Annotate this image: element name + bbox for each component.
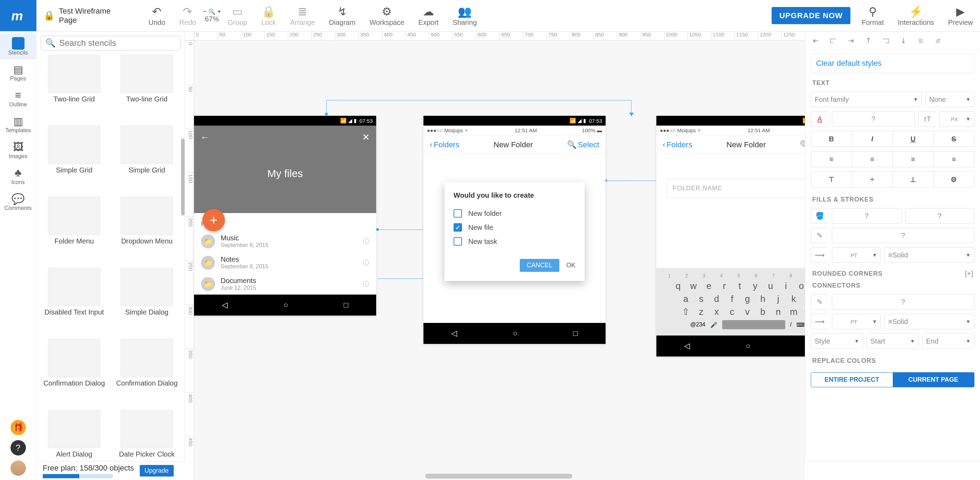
undo-button[interactable]: ↶Undo xyxy=(142,2,172,29)
replace-scope-segmented: ENTIRE PROJECT CURRENT PAGE xyxy=(811,372,974,387)
connector xyxy=(326,100,327,114)
upgrade-small-button[interactable]: Upgrade xyxy=(140,465,174,477)
zoom-in-button[interactable]: + xyxy=(218,8,221,15)
connector-width-icon[interactable]: ⟿ xyxy=(811,314,828,329)
align-left-button[interactable]: ⇤ xyxy=(809,34,823,47)
canvas-scrollbar[interactable] xyxy=(425,474,572,478)
rail-outline[interactable]: ≡Outline xyxy=(0,86,36,111)
align-right-text-button[interactable]: ≡ xyxy=(893,152,934,167)
seg-current-page[interactable]: CURRENT PAGE xyxy=(893,372,974,387)
stencil-item[interactable]: Simple Dialog xyxy=(113,268,181,334)
stencil-item[interactable]: Folder Menu xyxy=(40,196,108,263)
valign-top-button[interactable]: ⊤ xyxy=(811,172,852,187)
preview-button[interactable]: ▶Preview xyxy=(941,2,980,29)
mockup-dialog[interactable]: 📶 ◢ ▮07:53 ●●●○○ Moqups ᯤ12:51 AM100% ▬ … xyxy=(423,116,606,344)
stroke-width-icon[interactable]: ⟿ xyxy=(811,247,828,263)
dialog-title: Would you like to create xyxy=(453,192,576,200)
group-button[interactable]: ▭Group xyxy=(221,2,254,29)
font-size-icon[interactable]: тT xyxy=(918,111,936,127)
fill-icon[interactable]: 🪣 xyxy=(811,208,828,223)
rail-stencils[interactable]: Stencils xyxy=(0,33,36,59)
rounded-expand-button[interactable]: [+] xyxy=(965,270,973,278)
arrange-button[interactable]: ≣Arrange xyxy=(283,2,322,29)
stencil-item[interactable]: Two-line Grid xyxy=(113,55,181,121)
distribute-v-button[interactable]: ⫻ xyxy=(931,34,945,47)
bold-button[interactable]: B xyxy=(811,131,852,147)
search-input[interactable] xyxy=(59,38,176,48)
interactions-button[interactable]: ⚡Interactions xyxy=(891,2,941,29)
text-color-value[interactable]: ? xyxy=(832,111,915,127)
connector-end-select[interactable]: End▼ xyxy=(922,333,974,349)
valign-bottom-button[interactable]: ⊥ xyxy=(893,172,934,187)
canvas-area[interactable]: 0501001502002503003504004505005506006507… xyxy=(185,32,805,480)
align-right-button[interactable]: ⇥ xyxy=(844,34,858,47)
underline-button[interactable]: U xyxy=(893,131,934,147)
fill-value-2[interactable]: ? xyxy=(905,208,975,223)
stencil-item[interactable]: Dropdown Menu xyxy=(113,196,181,263)
italic-button[interactable]: I xyxy=(852,131,893,147)
stencil-item[interactable]: Disabled Text Input xyxy=(40,268,108,334)
upgrade-now-button[interactable]: UPGRADE NOW xyxy=(772,7,850,24)
rail-icons[interactable]: ♣Icons xyxy=(0,163,36,189)
align-justify-text-button[interactable]: ≡ xyxy=(934,152,974,167)
align-center-text-button[interactable]: ≡ xyxy=(852,152,893,167)
strikethrough-button[interactable]: S xyxy=(934,131,974,147)
connector-color-icon[interactable]: ✎ xyxy=(811,294,828,310)
mockup-keyboard[interactable]: 📶 ◢ ▮07:53 ●●●○○ Moqups ᯤ12:51 AM100% ▬ … xyxy=(656,116,805,356)
help-button[interactable]: ? xyxy=(11,440,26,456)
connector-width-input[interactable]: PT▼ xyxy=(832,314,881,329)
ios-statusbar: ●●●○○ Moqups ᯤ12:51 AM100% ▬ xyxy=(423,125,606,135)
stencil-item[interactable]: Simple Grid xyxy=(113,125,181,192)
fill-value[interactable]: ? xyxy=(832,208,902,223)
app-logo[interactable]: m xyxy=(0,0,37,31)
stroke-color-icon[interactable]: ✎ xyxy=(811,228,828,243)
diagram-button[interactable]: ↯Diagram xyxy=(322,2,363,29)
user-avatar[interactable] xyxy=(11,460,26,476)
zoom-value[interactable]: 67% xyxy=(205,15,219,23)
align-left-text-button[interactable]: ≡ xyxy=(811,152,852,167)
search-stencils[interactable]: 🔍 xyxy=(41,36,180,51)
sharing-button[interactable]: 👥Sharing xyxy=(445,2,484,29)
align-middle-button[interactable]: ⫎ xyxy=(879,34,893,47)
lock-button[interactable]: 🔒Lock xyxy=(254,2,283,29)
redo-button[interactable]: ↷Redo xyxy=(172,2,203,29)
connector-start-select[interactable]: Start▼ xyxy=(867,333,919,349)
font-size-select[interactable]: None▼ xyxy=(925,92,974,107)
format-button[interactable]: ⚲Format xyxy=(854,2,891,29)
stencil-scrollbar[interactable] xyxy=(181,139,185,215)
stencil-item[interactable]: Simple Grid xyxy=(40,125,108,192)
text-settings-button[interactable]: ⚙ xyxy=(934,172,974,187)
export-button[interactable]: ☁Export xyxy=(412,2,446,29)
gift-button[interactable]: 🎁 xyxy=(11,420,26,435)
rail-pages[interactable]: ▤Pages xyxy=(0,59,36,86)
stencil-item[interactable]: Confirmation Dialog xyxy=(40,339,108,406)
stroke-color-value[interactable]: ? xyxy=(832,228,974,243)
page-name[interactable]: Page xyxy=(59,16,111,25)
connector-color-value[interactable]: ? xyxy=(832,294,974,310)
align-top-button[interactable]: ⤒ xyxy=(861,34,875,47)
doc-title[interactable]: Test Wireframe xyxy=(59,6,111,16)
align-center-h-button[interactable]: ⫍ xyxy=(826,34,840,47)
stencil-item[interactable]: Two-line Grid xyxy=(40,55,108,121)
connector-style-select[interactable]: ≡ Solid▼ xyxy=(885,314,974,329)
clear-styles-link[interactable]: Clear default styles xyxy=(816,59,881,68)
stencil-item[interactable]: Confirmation Dialog xyxy=(113,339,181,406)
seg-entire-project[interactable]: ENTIRE PROJECT xyxy=(811,372,893,387)
connector xyxy=(631,100,632,114)
zoom-out-button[interactable]: − xyxy=(203,8,206,15)
align-bottom-button[interactable]: ⤓ xyxy=(896,34,910,47)
font-size-input[interactable]: PX▼ xyxy=(939,111,974,127)
connector-line-style-select[interactable]: Style▼ xyxy=(811,333,863,349)
rail-templates[interactable]: ▥Templates xyxy=(0,111,36,137)
distribute-h-button[interactable]: ⫼ xyxy=(914,34,928,47)
stroke-width-input[interactable]: PT▼ xyxy=(832,247,881,263)
workspace-button[interactable]: ⚙Workspace xyxy=(363,2,412,29)
rail-images[interactable]: 🖼Images xyxy=(0,137,36,163)
text-color-icon[interactable]: A xyxy=(811,111,828,127)
font-family-select[interactable]: Font family▼ xyxy=(811,92,922,107)
rail-comments[interactable]: 💬Comments xyxy=(0,189,36,215)
mockup-my-files[interactable]: 📶 ◢ ▮07:53 ← ✕ My files + Folders 📁Music… xyxy=(194,116,376,315)
valign-middle-button[interactable]: ÷ xyxy=(852,172,893,187)
stroke-style-select[interactable]: ≡ Solid▼ xyxy=(885,247,974,263)
zoom-icon[interactable]: 🔍 xyxy=(208,8,215,15)
